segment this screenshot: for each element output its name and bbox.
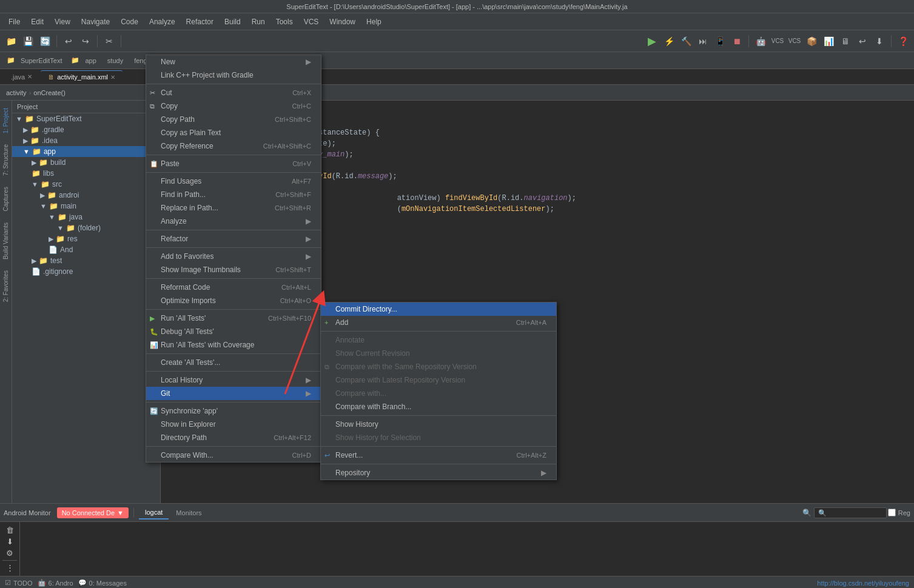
breadcrumb-oncreate[interactable]: onCreate() bbox=[33, 89, 66, 96]
menu-refactor[interactable]: Refactor bbox=[181, 16, 218, 28]
toolbar-sdk-btn[interactable]: 📦 bbox=[804, 34, 819, 48]
tree-idea[interactable]: ▶ 📁 .idea bbox=[12, 135, 160, 146]
toolbar-undo-btn[interactable]: ↩ bbox=[61, 34, 76, 48]
toolbar-vcs2-btn[interactable]: VCS bbox=[787, 34, 802, 48]
toolbar-profile-btn[interactable]: 📊 bbox=[821, 34, 836, 48]
tab-xml-close[interactable]: ✕ bbox=[110, 74, 115, 81]
menu-build[interactable]: Build bbox=[220, 16, 246, 28]
toolbar-sync-btn[interactable]: 🔄 bbox=[38, 34, 52, 48]
ctx-paste[interactable]: 📋 Paste Ctrl+V bbox=[146, 157, 321, 170]
tree-androidTest[interactable]: ▶ 📁 androi bbox=[12, 190, 160, 201]
ctx-add-favorites[interactable]: Add to Favorites ▶ bbox=[146, 250, 321, 263]
menu-run[interactable]: Run bbox=[247, 16, 270, 28]
tree-supereditext[interactable]: ▼ 📁 SuperEditText bbox=[12, 113, 160, 124]
sidebar-tab-build-variants[interactable]: Build Variants bbox=[1, 218, 10, 264]
tree-app[interactable]: ▼ 📁 app bbox=[12, 146, 160, 157]
tree-main[interactable]: ▼ 📁 main bbox=[12, 201, 160, 212]
toolbar-help-btn[interactable]: ❓ bbox=[896, 34, 910, 48]
bottom-tab-logcat[interactable]: logcat bbox=[139, 506, 169, 520]
app-folder-btn[interactable]: 📁 bbox=[68, 53, 82, 68]
git-show-history[interactable]: Show History bbox=[321, 418, 556, 431]
tree-src[interactable]: ▼ 📁 src bbox=[12, 179, 160, 190]
toolbar-step-btn[interactable]: ⏭ bbox=[696, 34, 710, 48]
toolbar-save-btn[interactable]: 💾 bbox=[21, 34, 35, 48]
ctx-find-in-path[interactable]: Find in Path... Ctrl+Shift+F bbox=[146, 188, 321, 201]
no-device-button[interactable]: No Connected De ▼ bbox=[57, 507, 129, 518]
menu-analyze[interactable]: Analyze bbox=[144, 16, 180, 28]
toolbar-undo2-btn[interactable]: ↩ bbox=[855, 34, 870, 48]
tree-gitignore[interactable]: 📄 .gitignore bbox=[12, 266, 160, 277]
sidebar-tab-project[interactable]: 1: Project bbox=[1, 103, 10, 138]
tree-build[interactable]: ▶ 📁 build bbox=[12, 157, 160, 168]
breadcrumb-study[interactable]: study bbox=[102, 56, 128, 65]
tab-activity-main[interactable]: 🗎 activity_main.xml ✕ bbox=[41, 70, 123, 83]
toolbar-device-btn[interactable]: 📱 bbox=[713, 34, 727, 48]
tree-libs[interactable]: 📁 libs bbox=[12, 168, 160, 179]
ctx-run-tests[interactable]: ▶ Run 'All Tests' Ctrl+Shift+F10 bbox=[146, 312, 321, 325]
toolbar-build-btn[interactable]: 🔨 bbox=[679, 34, 693, 48]
bottom-clear-btn[interactable]: 🗑 bbox=[2, 526, 17, 535]
tree-gradle[interactable]: ▶ 📁 .gradle bbox=[12, 124, 160, 135]
ctx-synchronize[interactable]: 🔄 Synchronize 'app' bbox=[146, 404, 321, 418]
toolbar-stop-btn[interactable]: ⏹ bbox=[730, 34, 744, 48]
toolbar-open-btn[interactable]: 📁 bbox=[4, 34, 18, 48]
menu-edit[interactable]: Edit bbox=[26, 16, 49, 28]
bottom-scroll-btn[interactable]: ⬇ bbox=[2, 537, 17, 546]
tree-java[interactable]: ▼ 📁 java bbox=[12, 212, 160, 222]
status-messages[interactable]: 💬 0: Messages bbox=[78, 579, 127, 587]
git-commit-dir[interactable]: Commit Directory... bbox=[321, 302, 556, 316]
bottom-search-input[interactable] bbox=[814, 507, 887, 518]
status-android[interactable]: 🤖 6: Andro bbox=[38, 579, 73, 587]
menu-help[interactable]: Help bbox=[361, 16, 386, 28]
ctx-optimize[interactable]: Optimize Imports Ctrl+Alt+O bbox=[146, 294, 321, 307]
ctx-git[interactable]: Git ▶ bbox=[146, 387, 321, 400]
sidebar-tab-structure[interactable]: 7: Structure bbox=[1, 139, 10, 181]
ctx-reformat[interactable]: Reformat Code Ctrl+Alt+L bbox=[146, 281, 321, 294]
no-device-dropdown-icon[interactable]: ▼ bbox=[117, 509, 124, 516]
bottom-tab-monitors[interactable]: Monitors bbox=[170, 507, 207, 519]
status-todo[interactable]: ☑ TODO bbox=[5, 579, 33, 587]
menu-code[interactable]: Code bbox=[116, 16, 143, 28]
menu-view[interactable]: View bbox=[50, 16, 75, 28]
git-repository[interactable]: Repository ▶ bbox=[321, 466, 556, 479]
git-add[interactable]: + Add Ctrl+Alt+A bbox=[321, 316, 556, 329]
ctx-image-thumbnails[interactable]: Show Image Thumbnails Ctrl+Shift+T bbox=[146, 263, 321, 276]
tree-res[interactable]: ▶ 📁 res bbox=[12, 233, 160, 244]
ctx-copy-plain[interactable]: Copy as Plain Text bbox=[146, 126, 321, 139]
toolbar-download-btn[interactable]: ⬇ bbox=[872, 34, 887, 48]
ctx-local-history[interactable]: Local History ▶ bbox=[146, 373, 321, 387]
bottom-more-btn[interactable]: ⋮ bbox=[2, 563, 17, 572]
ctx-directory-path[interactable]: Directory Path Ctrl+Alt+F12 bbox=[146, 431, 321, 444]
ctx-run-coverage[interactable]: 📊 Run 'All Tests' with Coverage bbox=[146, 338, 321, 352]
menu-navigate[interactable]: Navigate bbox=[76, 16, 115, 28]
sidebar-tab-favorites[interactable]: 2: Favorites bbox=[1, 266, 10, 307]
menu-vcs[interactable]: VCS bbox=[299, 16, 324, 28]
toolbar-vcs-btn[interactable]: VCS bbox=[770, 34, 785, 48]
tab-java[interactable]: .java ✕ bbox=[4, 71, 39, 83]
toolbar-redo-btn[interactable]: ↪ bbox=[78, 34, 93, 48]
ctx-create-tests[interactable]: Create 'All Tests'... bbox=[146, 356, 321, 369]
toolbar-layout-btn[interactable]: 🖥 bbox=[838, 34, 853, 48]
ctx-copy-ref[interactable]: Copy Reference Ctrl+Alt+Shift+C bbox=[146, 139, 321, 153]
tree-androidmanifest[interactable]: 📄 And bbox=[12, 244, 160, 255]
ctx-find-usages[interactable]: Find Usages Alt+F7 bbox=[146, 175, 321, 188]
menu-window[interactable]: Window bbox=[324, 16, 360, 28]
ctx-copy-path[interactable]: Copy Path Ctrl+Shift+C bbox=[146, 113, 321, 126]
toolbar-run-btn[interactable]: ▶ bbox=[645, 34, 659, 48]
ctx-new[interactable]: New ▶ bbox=[146, 55, 321, 68]
ctx-cut[interactable]: ✂ Cut Ctrl+X bbox=[146, 86, 321, 99]
ctx-debug-tests[interactable]: 🐛 Debug 'All Tests' bbox=[146, 325, 321, 338]
bottom-filter-btn[interactable]: ⚙ bbox=[2, 549, 17, 558]
menu-file[interactable]: File bbox=[4, 16, 25, 28]
tree-package[interactable]: ▼ 📁 (folder) bbox=[12, 222, 160, 233]
menu-tools[interactable]: Tools bbox=[271, 16, 298, 28]
ctx-link-cpp[interactable]: Link C++ Project with Gradle bbox=[146, 68, 321, 82]
toolbar-avd-btn[interactable]: 🤖 bbox=[753, 34, 768, 48]
git-compare-branch[interactable]: Compare with Branch... bbox=[321, 400, 556, 413]
reg-checkbox[interactable] bbox=[888, 509, 896, 516]
toolbar-cut-btn[interactable]: ✂ bbox=[102, 34, 116, 48]
tab-java-close[interactable]: ✕ bbox=[27, 73, 32, 80]
ctx-show-explorer[interactable]: Show in Explorer bbox=[146, 418, 321, 431]
ctx-analyze[interactable]: Analyze ▶ bbox=[146, 215, 321, 228]
git-revert[interactable]: ↩ Revert... Ctrl+Alt+Z bbox=[321, 449, 556, 462]
